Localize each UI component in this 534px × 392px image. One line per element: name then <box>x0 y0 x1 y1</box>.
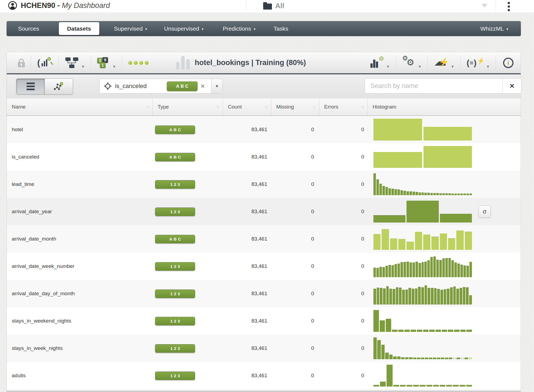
histogram-bar <box>429 330 435 332</box>
nav-item-predictions[interactable]: Predictions ▾ <box>223 25 256 32</box>
nav-item-sources[interactable]: Sources <box>18 25 39 32</box>
visualization-menu-button[interactable]: ⚙ ▼ <box>364 55 396 70</box>
histogram-bar <box>454 194 457 195</box>
field-histogram[interactable] <box>373 146 472 168</box>
type-badge[interactable]: 123 <box>155 262 195 271</box>
scatter-view-button[interactable] <box>45 79 73 94</box>
info-icon[interactable]: i <box>503 58 513 68</box>
histogram-bar <box>440 214 472 223</box>
type-badge[interactable]: 123 <box>155 344 195 353</box>
column-header-name[interactable]: Name ↑↓ <box>7 98 153 115</box>
field-row[interactable]: arrival_date_monthABC83,46100 <box>7 225 521 253</box>
type-badge[interactable]: 123 <box>155 371 195 380</box>
nav-item-datasets-active[interactable]: Datasets <box>59 22 99 35</box>
histogram-bar <box>417 330 422 332</box>
objective-field-selector[interactable]: is_canceled ABC × ▼ <box>99 79 223 93</box>
sort-arrows-icon[interactable]: ↑↓ <box>216 104 219 109</box>
field-histogram[interactable] <box>373 119 472 141</box>
field-row[interactable]: stays_in_weekend_nights12383,46100 <box>7 307 521 335</box>
search-input[interactable] <box>365 82 503 90</box>
sort-arrows-icon[interactable]: ↑↓ <box>361 104 364 109</box>
field-histogram[interactable] <box>373 173 472 195</box>
histogram-bar <box>398 239 405 250</box>
field-errors: 0 <box>319 181 368 187</box>
histogram-bar <box>436 193 439 195</box>
more-options-kebab-icon[interactable] <box>507 1 511 12</box>
field-row[interactable]: stays_in_week_nights12383,46100 <box>7 335 521 362</box>
histogram-bar <box>405 289 408 305</box>
configure-menu-button[interactable]: ⚙⚙ ▼ <box>396 55 428 70</box>
nav-item-unsupervised[interactable]: Unsupervised ▾ <box>164 25 204 32</box>
reify-script-button[interactable]: (≡)⚡ ▼ <box>461 55 496 70</box>
histogram-bar <box>373 173 376 195</box>
dataset-tree-icon <box>65 57 80 68</box>
field-histogram[interactable] <box>373 201 472 223</box>
status-dots-button[interactable] <box>122 55 155 70</box>
type-badge[interactable]: 123 <box>155 317 195 325</box>
lock-button[interactable] <box>7 55 31 70</box>
field-missing: 0 <box>271 345 319 351</box>
field-row[interactable]: adults12383,46100 <box>7 362 521 389</box>
user-avatar-icon[interactable] <box>8 1 17 10</box>
clear-search-button[interactable]: × <box>503 78 521 93</box>
scope-selector[interactable]: All <box>263 2 284 10</box>
column-header-count[interactable]: Count ↑↓ <box>223 98 271 115</box>
nav-item-tasks[interactable]: Tasks <box>274 25 288 32</box>
sigma-button[interactable]: σ <box>478 206 491 218</box>
sort-arrows-icon[interactable]: ↑↓ <box>312 104 316 109</box>
clear-field-icon[interactable]: × <box>198 82 208 90</box>
histogram-bar <box>383 288 386 305</box>
histogram-bar <box>398 330 404 332</box>
histogram-bar <box>433 256 436 277</box>
field-histogram[interactable] <box>373 283 472 305</box>
histogram-bar <box>388 265 391 277</box>
scope-dropdown-caret-icon[interactable] <box>481 4 487 7</box>
field-histogram[interactable] <box>373 228 472 250</box>
nav-item-supervised[interactable]: Supervised ▾ <box>114 25 147 32</box>
column-header-missing[interactable]: Missing ↑↓ <box>271 98 319 115</box>
type-badge[interactable]: ABC <box>155 125 195 134</box>
histogram-bar <box>437 358 440 359</box>
field-numbers-button[interactable]: 3 0 1 ▼ <box>91 55 122 70</box>
field-row[interactable]: lead_time12383,46100 <box>7 171 521 198</box>
field-histogram[interactable] <box>373 365 472 387</box>
histogram-bar <box>439 260 442 277</box>
sort-arrows-icon[interactable]: ↑↓ <box>265 104 268 109</box>
type-badge[interactable]: 123 <box>155 289 195 298</box>
type-badge[interactable]: ABC <box>155 153 195 161</box>
histogram-bar <box>400 385 406 387</box>
field-histogram[interactable] <box>373 255 472 277</box>
crosshair-icon <box>104 82 112 90</box>
histogram-bar <box>446 385 452 387</box>
field-row[interactable]: arrival_date_year12383,46100σ <box>7 198 521 225</box>
sort-arrows-icon[interactable]: ↑↓ <box>146 104 149 109</box>
histogram-bar <box>397 264 400 277</box>
field-row[interactable]: arrival_date_day_of_month12383,46100 <box>7 280 521 307</box>
field-errors: 0 <box>319 318 368 324</box>
field-dropdown-button[interactable]: ▼ <box>211 79 222 93</box>
field-row[interactable]: is_canceledABC83,46100 <box>7 143 521 171</box>
histogram-bar <box>441 358 444 359</box>
field-row[interactable]: arrival_date_week_number12383,46100 <box>7 253 521 280</box>
field-missing: 0 <box>271 181 319 187</box>
histogram-bar <box>448 258 451 277</box>
field-histogram[interactable] <box>373 310 472 332</box>
topbar-divider-2 <box>496 1 496 11</box>
cloud-actions-button[interactable]: ☁⚡ ▼ <box>428 55 460 70</box>
field-name: arrival_date_week_number <box>7 263 153 269</box>
histogram-bar <box>456 230 463 250</box>
source-inspect-button[interactable]: ( <box>31 55 59 70</box>
histogram-bar <box>433 385 439 387</box>
type-badge[interactable]: 123 <box>155 207 195 216</box>
column-header-type[interactable]: Type ↑↓ <box>153 98 223 115</box>
type-badge[interactable]: ABC <box>155 235 195 243</box>
column-header-errors[interactable]: Errors ↑↓ <box>319 98 368 115</box>
main-nav: Sources Datasets Supervised ▾ Unsupervis… <box>7 21 521 36</box>
nav-item-whizzml[interactable]: WhizzML ▾ <box>480 25 508 32</box>
histogram-bar <box>407 191 409 195</box>
type-badge[interactable]: 123 <box>155 180 195 189</box>
list-view-button[interactable] <box>16 79 45 94</box>
dataset-tree-button[interactable]: ▼ <box>59 55 91 70</box>
field-row[interactable]: hotelABC83,46100 <box>7 116 521 143</box>
field-histogram[interactable] <box>373 337 472 359</box>
